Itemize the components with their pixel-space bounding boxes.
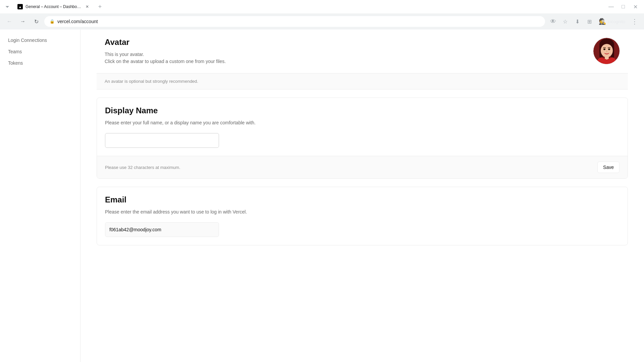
tab-title: General – Account – Dashboa... — [25, 4, 82, 9]
main-content: Avatar This is your avatar. Click on the… — [80, 29, 644, 362]
svg-point-6 — [608, 49, 610, 50]
new-tab-button[interactable]: + — [95, 2, 105, 11]
email-title: Email — [105, 195, 620, 204]
display-name-card-footer: Please use 32 characters at maximum. Sav… — [97, 156, 628, 178]
page-layout: Login Connections Teams Tokens Avatar Th… — [0, 29, 644, 362]
display-name-section-card: Display Name Please enter your full name… — [97, 98, 628, 179]
tab-close-button[interactable]: ✕ — [85, 4, 90, 9]
sidebar-item-teams[interactable]: Teams — [4, 46, 76, 57]
display-name-input[interactable] — [105, 133, 219, 148]
avatar-card-footer: An avatar is optional but strongly recom… — [97, 73, 628, 89]
browser-chrome: ⏷ ▲ General – Account – Dashboa... ✕ + —… — [0, 0, 644, 29]
svg-point-5 — [603, 49, 605, 50]
sidebar-nav: Login Connections Teams Tokens — [0, 35, 80, 68]
window-controls: — □ ✕ — [608, 3, 641, 10]
back-button[interactable]: ← — [4, 16, 15, 27]
bookmark-button[interactable]: ☆ — [560, 16, 571, 27]
avatar-desc-2: Click on the avatar to upload a custom o… — [105, 58, 226, 65]
address-bar[interactable]: 🔒 vercel.com/account — [44, 16, 545, 27]
active-tab[interactable]: ▲ General – Account – Dashboa... ✕ — [13, 1, 94, 12]
email-input-wrapper — [105, 222, 620, 237]
avatar-card-body: Avatar This is your avatar. Click on the… — [97, 29, 628, 73]
tab-bar: ⏷ ▲ General – Account – Dashboa... ✕ + —… — [0, 0, 644, 13]
forward-button[interactable]: → — [17, 16, 28, 27]
avatar-text-area: Avatar This is your avatar. Click on the… — [105, 38, 226, 65]
email-card-body: Email Please enter the email address you… — [97, 187, 628, 245]
incognito-button[interactable]: 🕵 Incognito — [596, 16, 628, 26]
avatar-layout: Avatar This is your avatar. Click on the… — [105, 38, 620, 65]
avatar[interactable] — [593, 38, 620, 64]
eye-slash-icon[interactable]: 👁 — [548, 16, 558, 27]
avatar-desc-1: This is your avatar. — [105, 51, 226, 58]
minimize-button[interactable]: — — [608, 3, 614, 10]
display-name-description: Please enter your full name, or a displa… — [105, 119, 620, 126]
email-description: Please enter the email address you want … — [105, 208, 620, 216]
avatar-title: Avatar — [105, 38, 226, 47]
nav-bar: ← → ↻ 🔒 vercel.com/account 👁 ☆ ⬇ ⊞ 🕵 Inc… — [0, 13, 644, 29]
save-display-name-button[interactable]: Save — [597, 162, 620, 173]
download-button[interactable]: ⬇ — [572, 16, 583, 27]
url-display: vercel.com/account — [57, 19, 98, 24]
display-name-title: Display Name — [105, 106, 620, 115]
avatar-section-card: Avatar This is your avatar. Click on the… — [97, 29, 628, 89]
tab-list-button[interactable]: ⏷ — [3, 2, 12, 11]
email-section-card: Email Please enter the email address you… — [97, 187, 628, 245]
display-name-card-body: Display Name Please enter your full name… — [97, 98, 628, 156]
maximize-button[interactable]: □ — [620, 3, 627, 10]
display-name-hint: Please use 32 characters at maximum. — [105, 165, 180, 170]
more-menu-button[interactable]: ⋮ — [629, 16, 640, 27]
nav-actions: 👁 ☆ ⬇ ⊞ 🕵 Incognito ⋮ — [548, 16, 640, 27]
display-name-input-wrapper — [105, 133, 620, 148]
sidebar: Login Connections Teams Tokens — [0, 29, 80, 362]
incognito-label: Incognito — [607, 19, 625, 24]
reload-button[interactable]: ↻ — [31, 16, 42, 27]
tab-favicon: ▲ — [17, 4, 23, 9]
avatar-footer-hint: An avatar is optional but strongly recom… — [105, 79, 198, 84]
sidebar-item-tokens[interactable]: Tokens — [4, 58, 76, 68]
email-input[interactable] — [105, 222, 219, 237]
sidebar-item-login-connections[interactable]: Login Connections — [4, 35, 76, 46]
split-screen-button[interactable]: ⊞ — [584, 16, 595, 27]
close-button[interactable]: ✕ — [632, 3, 639, 10]
